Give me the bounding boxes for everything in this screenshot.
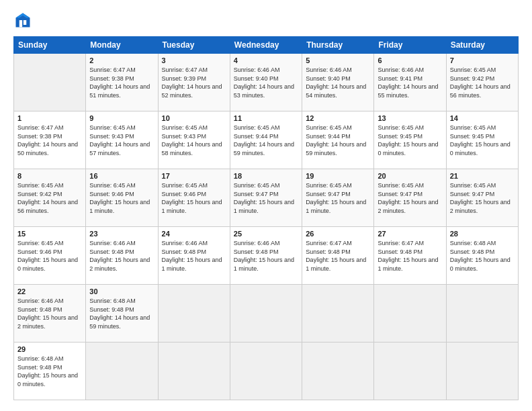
day-info: Sunrise: 6:45 AM Sunset: 9:45 PM Dayligh… — [450, 124, 515, 157]
day-number: 9 — [89, 114, 154, 122]
day-info: Sunrise: 6:45 AM Sunset: 9:47 PM Dayligh… — [306, 181, 370, 215]
day-number: 11 — [234, 114, 298, 122]
day-info: Sunrise: 6:46 AM Sunset: 9:48 PM Dayligh… — [89, 239, 154, 273]
col-header-friday: Friday — [374, 37, 446, 54]
day-info: Sunrise: 6:47 AM Sunset: 9:39 PM Dayligh… — [162, 66, 226, 99]
day-info: Sunrise: 6:47 AM Sunset: 9:38 PM Dayligh… — [17, 124, 82, 157]
calendar-header-row: SundayMondayTuesdayWednesdayThursdayFrid… — [14, 37, 519, 54]
day-number: 7 — [450, 56, 515, 64]
day-number: 3 — [162, 56, 226, 64]
calendar-cell — [230, 285, 302, 342]
day-info: Sunrise: 6:45 AM Sunset: 9:47 PM Dayligh… — [450, 181, 515, 215]
day-info: Sunrise: 6:47 AM Sunset: 9:48 PM Dayligh… — [378, 239, 442, 273]
day-number: 12 — [306, 114, 370, 122]
calendar-cell: 16Sunrise: 6:45 AM Sunset: 9:46 PM Dayli… — [86, 169, 158, 227]
calendar-cell: 25Sunrise: 6:46 AM Sunset: 9:48 PM Dayli… — [230, 227, 302, 285]
day-info: Sunrise: 6:46 AM Sunset: 9:48 PM Dayligh… — [17, 297, 82, 330]
calendar-cell — [158, 285, 230, 342]
calendar-cell — [302, 285, 374, 342]
calendar-cell — [230, 342, 302, 400]
calendar-cell: 5Sunrise: 6:46 AM Sunset: 9:40 PM Daylig… — [302, 54, 374, 111]
calendar-cell: 21Sunrise: 6:45 AM Sunset: 9:47 PM Dayli… — [446, 169, 518, 227]
day-number: 8 — [17, 172, 82, 180]
day-number: 2 — [89, 56, 154, 64]
calendar-cell: 26Sunrise: 6:47 AM Sunset: 9:48 PM Dayli… — [302, 227, 374, 285]
logo — [13, 11, 35, 30]
day-number: 19 — [306, 172, 370, 180]
col-header-saturday: Saturday — [446, 37, 518, 54]
calendar-cell — [374, 342, 446, 400]
calendar-table: SundayMondayTuesdayWednesdayThursdayFrid… — [13, 36, 519, 400]
col-header-thursday: Thursday — [302, 37, 374, 54]
calendar-week-5: 29Sunrise: 6:48 AM Sunset: 9:48 PM Dayli… — [14, 342, 519, 400]
calendar-cell: 22Sunrise: 6:46 AM Sunset: 9:48 PM Dayli… — [14, 285, 86, 342]
calendar-cell: 8Sunrise: 6:45 AM Sunset: 9:42 PM Daylig… — [14, 169, 86, 227]
calendar-cell: 12Sunrise: 6:45 AM Sunset: 9:44 PM Dayli… — [302, 111, 374, 169]
day-number: 25 — [234, 230, 298, 238]
day-info: Sunrise: 6:45 AM Sunset: 9:44 PM Dayligh… — [306, 124, 370, 157]
calendar-cell — [86, 342, 158, 400]
calendar-cell: 27Sunrise: 6:47 AM Sunset: 9:48 PM Dayli… — [374, 227, 446, 285]
day-number: 30 — [89, 287, 154, 295]
calendar-cell: 30Sunrise: 6:48 AM Sunset: 9:48 PM Dayli… — [86, 285, 158, 342]
day-number: 23 — [89, 230, 154, 238]
day-number: 13 — [378, 114, 442, 122]
day-info: Sunrise: 6:45 AM Sunset: 9:46 PM Dayligh… — [17, 239, 82, 273]
day-number: 29 — [17, 345, 82, 353]
day-info: Sunrise: 6:45 AM Sunset: 9:42 PM Dayligh… — [17, 181, 82, 215]
calendar-cell — [446, 342, 518, 400]
calendar-cell — [14, 54, 86, 111]
day-number: 14 — [450, 114, 515, 122]
calendar-cell — [446, 285, 518, 342]
calendar-cell: 18Sunrise: 6:45 AM Sunset: 9:47 PM Dayli… — [230, 169, 302, 227]
page: SundayMondayTuesdayWednesdayThursdayFrid… — [0, 0, 532, 411]
day-number: 17 — [162, 172, 226, 180]
calendar-week-0: 2Sunrise: 6:47 AM Sunset: 9:38 PM Daylig… — [14, 54, 519, 111]
day-info: Sunrise: 6:45 AM Sunset: 9:44 PM Dayligh… — [234, 124, 298, 157]
day-info: Sunrise: 6:47 AM Sunset: 9:48 PM Dayligh… — [306, 239, 370, 273]
calendar-cell: 24Sunrise: 6:46 AM Sunset: 9:48 PM Dayli… — [158, 227, 230, 285]
calendar-cell: 6Sunrise: 6:46 AM Sunset: 9:41 PM Daylig… — [374, 54, 446, 111]
calendar-cell: 1Sunrise: 6:47 AM Sunset: 9:38 PM Daylig… — [14, 111, 86, 169]
day-number: 1 — [17, 114, 82, 122]
svg-rect-3 — [24, 20, 26, 25]
calendar-cell — [374, 285, 446, 342]
logo-icon — [13, 11, 32, 30]
calendar-cell: 9Sunrise: 6:45 AM Sunset: 9:43 PM Daylig… — [86, 111, 158, 169]
day-info: Sunrise: 6:45 AM Sunset: 9:46 PM Dayligh… — [89, 181, 154, 215]
day-number: 6 — [378, 56, 442, 64]
calendar-cell: 29Sunrise: 6:48 AM Sunset: 9:48 PM Dayli… — [14, 342, 86, 400]
day-info: Sunrise: 6:47 AM Sunset: 9:38 PM Dayligh… — [89, 66, 154, 99]
day-number: 24 — [162, 230, 226, 238]
day-number: 10 — [162, 114, 226, 122]
calendar-cell: 14Sunrise: 6:45 AM Sunset: 9:45 PM Dayli… — [446, 111, 518, 169]
day-number: 22 — [17, 287, 82, 295]
day-info: Sunrise: 6:45 AM Sunset: 9:47 PM Dayligh… — [234, 181, 298, 215]
day-number: 15 — [17, 230, 82, 238]
day-number: 4 — [234, 56, 298, 64]
calendar-week-1: 1Sunrise: 6:47 AM Sunset: 9:38 PM Daylig… — [14, 111, 519, 169]
day-info: Sunrise: 6:48 AM Sunset: 9:48 PM Dayligh… — [17, 355, 82, 388]
day-number: 28 — [450, 230, 515, 238]
calendar-cell: 3Sunrise: 6:47 AM Sunset: 9:39 PM Daylig… — [158, 54, 230, 111]
calendar-cell — [158, 342, 230, 400]
calendar-cell: 19Sunrise: 6:45 AM Sunset: 9:47 PM Dayli… — [302, 169, 374, 227]
calendar-cell — [302, 342, 374, 400]
col-header-monday: Monday — [86, 37, 158, 54]
calendar-cell: 7Sunrise: 6:45 AM Sunset: 9:42 PM Daylig… — [446, 54, 518, 111]
day-info: Sunrise: 6:45 AM Sunset: 9:43 PM Dayligh… — [89, 124, 154, 157]
calendar-week-3: 15Sunrise: 6:45 AM Sunset: 9:46 PM Dayli… — [14, 227, 519, 285]
calendar-cell: 28Sunrise: 6:48 AM Sunset: 9:48 PM Dayli… — [446, 227, 518, 285]
calendar-cell: 23Sunrise: 6:46 AM Sunset: 9:48 PM Dayli… — [86, 227, 158, 285]
calendar-cell: 20Sunrise: 6:45 AM Sunset: 9:47 PM Dayli… — [374, 169, 446, 227]
day-number: 21 — [450, 172, 515, 180]
day-info: Sunrise: 6:45 AM Sunset: 9:45 PM Dayligh… — [378, 124, 442, 157]
day-number: 20 — [378, 172, 442, 180]
day-info: Sunrise: 6:45 AM Sunset: 9:46 PM Dayligh… — [162, 181, 226, 215]
day-info: Sunrise: 6:46 AM Sunset: 9:40 PM Dayligh… — [234, 66, 298, 99]
day-info: Sunrise: 6:46 AM Sunset: 9:48 PM Dayligh… — [162, 239, 226, 273]
day-number: 5 — [306, 56, 370, 64]
day-info: Sunrise: 6:45 AM Sunset: 9:42 PM Dayligh… — [450, 66, 515, 99]
day-number: 26 — [306, 230, 370, 238]
calendar-cell: 17Sunrise: 6:45 AM Sunset: 9:46 PM Dayli… — [158, 169, 230, 227]
